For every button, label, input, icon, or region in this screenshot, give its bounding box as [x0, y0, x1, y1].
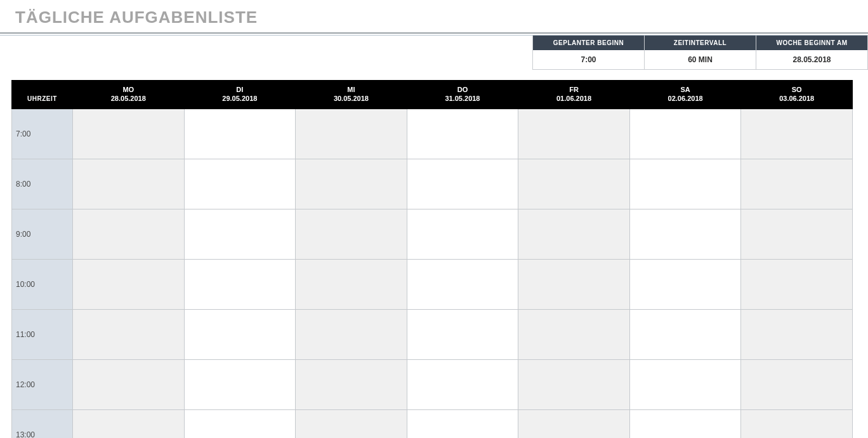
task-cell[interactable]: [296, 209, 407, 260]
task-cell[interactable]: [184, 209, 296, 260]
divider: [0, 32, 868, 34]
task-cell[interactable]: [184, 159, 296, 209]
day-date: 01.06.2018: [521, 95, 627, 102]
task-cell[interactable]: [73, 159, 185, 209]
task-cell[interactable]: [184, 410, 296, 439]
day-header: DO31.05.2018: [407, 81, 518, 109]
setting-start: GEPLANTER BEGINN 7:00: [533, 36, 644, 69]
setting-interval: ZEITINTERVALL 60 MIN: [644, 36, 756, 69]
task-cell[interactable]: [629, 360, 741, 410]
day-date: 29.05.2018: [187, 95, 293, 102]
time-row: 8:00: [12, 159, 853, 209]
task-cell[interactable]: [407, 209, 518, 260]
task-cell[interactable]: [629, 410, 741, 439]
day-date: 28.05.2018: [76, 95, 181, 102]
task-cell[interactable]: [518, 310, 630, 360]
task-cell[interactable]: [629, 109, 741, 159]
task-cell[interactable]: [741, 260, 853, 310]
day-header: SO03.06.2018: [741, 81, 853, 109]
task-cell[interactable]: [184, 109, 296, 159]
time-column-header: UHRZEIT: [12, 81, 73, 109]
task-cell[interactable]: [518, 109, 630, 159]
task-cell[interactable]: [407, 360, 518, 410]
task-cell[interactable]: [73, 410, 185, 439]
task-cell[interactable]: [629, 310, 741, 360]
task-cell[interactable]: [296, 260, 407, 310]
day-header: DI29.05.2018: [184, 81, 296, 109]
time-label: 13:00: [12, 410, 73, 439]
time-label: 11:00: [12, 310, 73, 360]
task-cell[interactable]: [296, 410, 407, 439]
task-cell[interactable]: [741, 310, 853, 360]
task-cell[interactable]: [296, 360, 407, 410]
setting-value[interactable]: 28.05.2018: [756, 50, 867, 69]
task-cell[interactable]: [741, 109, 853, 159]
task-cell[interactable]: [73, 310, 185, 360]
task-cell[interactable]: [741, 410, 853, 439]
time-row: 11:00: [12, 310, 853, 360]
time-label: 9:00: [12, 209, 73, 260]
time-row: 12:00: [12, 360, 853, 410]
day-header: MI30.05.2018: [296, 81, 407, 109]
day-header: MO28.05.2018: [73, 81, 185, 109]
task-cell[interactable]: [407, 310, 518, 360]
day-date: 30.05.2018: [298, 95, 404, 102]
task-cell[interactable]: [741, 360, 853, 410]
time-row: 7:00: [12, 109, 853, 159]
time-label: 10:00: [12, 260, 73, 310]
task-cell[interactable]: [407, 260, 518, 310]
time-row: 9:00: [12, 209, 853, 260]
task-cell[interactable]: [518, 209, 630, 260]
settings-panel: GEPLANTER BEGINN 7:00 ZEITINTERVALL 60 M…: [532, 36, 868, 70]
task-cell[interactable]: [407, 109, 518, 159]
time-label: 7:00: [12, 109, 73, 159]
time-label: 8:00: [12, 159, 73, 209]
day-date: 31.05.2018: [410, 95, 516, 102]
setting-value[interactable]: 60 MIN: [645, 50, 756, 69]
schedule-table: UHRZEIT MO28.05.2018 DI29.05.2018 MI30.0…: [11, 80, 853, 438]
task-cell[interactable]: [629, 260, 741, 310]
day-date: 03.06.2018: [744, 95, 850, 102]
day-header: SA02.06.2018: [629, 81, 741, 109]
day-name: SA: [633, 86, 739, 93]
task-cell[interactable]: [184, 260, 296, 310]
task-cell[interactable]: [518, 360, 630, 410]
day-date: 02.06.2018: [633, 95, 739, 102]
time-label: 12:00: [12, 360, 73, 410]
task-cell[interactable]: [184, 360, 296, 410]
task-cell[interactable]: [296, 159, 407, 209]
setting-label: WOCHE BEGINNT AM: [756, 36, 867, 50]
task-cell[interactable]: [407, 159, 518, 209]
setting-label: GEPLANTER BEGINN: [533, 36, 644, 50]
time-row: 13:00: [12, 410, 853, 439]
task-cell[interactable]: [518, 410, 630, 439]
day-name: SO: [744, 86, 850, 93]
task-cell[interactable]: [296, 109, 407, 159]
task-cell[interactable]: [741, 209, 853, 260]
task-cell[interactable]: [407, 410, 518, 439]
header-row: UHRZEIT MO28.05.2018 DI29.05.2018 MI30.0…: [12, 81, 853, 109]
task-cell[interactable]: [629, 159, 741, 209]
day-name: MO: [76, 86, 181, 93]
task-cell[interactable]: [518, 159, 630, 209]
setting-value[interactable]: 7:00: [533, 50, 644, 69]
day-name: DI: [187, 86, 293, 93]
task-cell[interactable]: [629, 209, 741, 260]
task-cell[interactable]: [184, 310, 296, 360]
task-cell[interactable]: [73, 260, 185, 310]
day-name: FR: [521, 86, 627, 93]
task-cell[interactable]: [73, 360, 185, 410]
page-title: TÄGLICHE AUFGABENLISTE: [0, 0, 868, 32]
task-cell[interactable]: [73, 209, 185, 260]
setting-week-start: WOCHE BEGINNT AM 28.05.2018: [756, 36, 867, 69]
task-cell[interactable]: [296, 310, 407, 360]
setting-label: ZEITINTERVALL: [645, 36, 756, 50]
task-cell[interactable]: [741, 159, 853, 209]
task-cell[interactable]: [518, 260, 630, 310]
day-header: FR01.06.2018: [518, 81, 630, 109]
time-row: 10:00: [12, 260, 853, 310]
task-cell[interactable]: [73, 109, 185, 159]
day-name: MI: [298, 86, 404, 93]
day-name: DO: [410, 86, 516, 93]
